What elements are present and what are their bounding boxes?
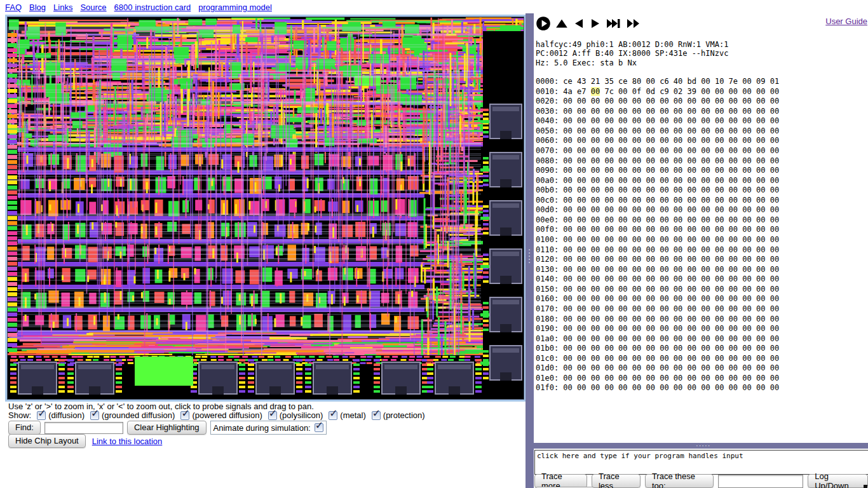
layer-checkbox[interactable] (372, 411, 381, 420)
trace-these-too-button[interactable]: Trace these too: (645, 474, 714, 488)
memory-byte: 00 (646, 245, 654, 254)
step-back-icon[interactable] (573, 16, 585, 31)
memory-byte: 00 (660, 166, 668, 175)
memory-byte: 00 (563, 363, 572, 372)
memory-byte: 00 (729, 166, 738, 175)
memory-byte: 00 (660, 383, 668, 392)
memory-byte: 00 (563, 324, 572, 333)
nav-link-source[interactable]: Source (80, 3, 106, 12)
memory-byte: 00 (563, 166, 572, 175)
trace-less-button[interactable]: Trace less (592, 474, 641, 488)
find-input[interactable] (44, 422, 123, 434)
memory-byte: 00 (591, 334, 600, 343)
cpu-status: halfcyc:49 phi0:1 AB:0012 D:00 RnW:1 VMA… (536, 40, 728, 67)
memory-address: 0080: (536, 156, 559, 165)
memory-byte: 00 (756, 265, 765, 274)
memory-byte: 40 (674, 77, 682, 86)
memory-byte: 00 (591, 126, 600, 135)
memory-byte: 00 (715, 116, 724, 125)
fast-forward-icon[interactable] (626, 16, 642, 31)
memory-byte: 00 (577, 176, 586, 185)
memory-byte: 00 (742, 334, 751, 343)
memory-byte: 00 (701, 324, 710, 333)
memory-byte: 00 (577, 374, 586, 383)
memory-byte: 00 (577, 324, 586, 333)
memory-byte: 00 (742, 363, 751, 372)
memory-byte: 00 (674, 363, 682, 372)
memory-byte: 00 (618, 354, 627, 363)
layer-checkbox[interactable] (268, 411, 277, 420)
memory-byte: 00 (591, 383, 600, 392)
trace-more-button[interactable]: Trace more (534, 474, 587, 488)
nav-link-blog[interactable]: Blog (29, 3, 46, 12)
animate-checkbox[interactable] (315, 423, 323, 432)
link-to-location-link[interactable]: Link to this location (92, 437, 163, 446)
horizontal-splitter[interactable]: ····· (534, 443, 868, 449)
memory-byte: 00 (674, 324, 682, 333)
memory-byte: 7e (729, 77, 738, 86)
memory-byte: 00 (577, 274, 586, 283)
log-updown-button[interactable]: Log Up/Down (808, 474, 868, 488)
skip-to-end-icon[interactable] (606, 16, 622, 31)
memory-byte: 00 (632, 265, 641, 274)
up-icon[interactable] (555, 16, 569, 31)
memory-byte: 00 (688, 304, 696, 313)
memory-byte: 00 (715, 235, 724, 244)
memory-byte: 00 (632, 126, 641, 135)
memory-byte: 00 (756, 107, 765, 116)
memory-byte: 00 (577, 354, 586, 363)
memory-byte: 00 (604, 363, 613, 372)
step-forward-icon[interactable] (589, 16, 602, 31)
memory-byte: 00 (688, 116, 696, 125)
memory-byte: 00 (660, 374, 668, 383)
nav-link-faq[interactable]: FAQ (5, 3, 22, 12)
user-guide-link[interactable]: User Guide (825, 17, 867, 26)
memory-byte: 00 (660, 235, 668, 244)
memory-byte: 00 (756, 334, 765, 343)
memory-byte: 00 (742, 265, 751, 274)
nav-link-links[interactable]: Links (53, 3, 72, 12)
memory-byte: 00 (756, 315, 765, 323)
memory-byte: 00 (604, 245, 613, 254)
memory-byte: 00 (591, 255, 600, 264)
memory-byte: 00 (729, 225, 738, 234)
memory-byte: 00 (660, 196, 668, 205)
memory-byte: 00 (715, 315, 724, 323)
memory-byte: 00 (701, 304, 710, 313)
run-icon[interactable] (536, 16, 551, 31)
memory-byte: 00 (618, 274, 627, 283)
memory-byte: 00 (701, 285, 710, 294)
memory-byte: 00 (688, 285, 696, 294)
memory-byte: 00 (688, 334, 696, 343)
memory-row: 0160: 00 00 00 00 00 00 00 00 00 00 00 0… (536, 294, 779, 304)
find-button[interactable]: Find: (8, 421, 41, 435)
memory-byte: 00 (591, 374, 600, 383)
layer-checkbox[interactable] (37, 411, 46, 420)
memory-byte: 00 (591, 176, 600, 185)
memory-byte: 00 (756, 205, 765, 214)
status-line-1: halfcyc:49 phi0:1 AB:0012 D:00 RnW:1 VMA… (536, 40, 728, 49)
memory-byte: 00 (604, 215, 613, 224)
chip-layout-canvas[interactable] (8, 17, 524, 399)
hide-chip-layout-button[interactable]: Hide Chip Layout (8, 434, 86, 448)
memory-byte: 00 (742, 235, 751, 244)
vertical-splitter[interactable]: ····· (526, 13, 534, 488)
memory-byte: 00 (701, 294, 710, 303)
memory-byte: 00 (660, 107, 668, 116)
nav-link-programming-model[interactable]: programming model (198, 3, 272, 12)
memory-byte: 00 (563, 334, 572, 343)
memory-row: 0050: 00 00 00 00 00 00 00 00 00 00 00 0… (536, 126, 779, 137)
trace-these-input[interactable] (718, 475, 803, 488)
clear-highlighting-button[interactable]: Clear Highlighting (127, 421, 207, 435)
memory-address: 0020: (536, 97, 559, 105)
memory-byte: 00 (715, 225, 724, 234)
memory-byte: 00 (660, 116, 668, 125)
memory-byte: 00 (688, 225, 696, 234)
memory-byte: 00 (618, 146, 627, 155)
memory-byte: 00 (742, 215, 751, 224)
layer-checkbox[interactable] (329, 411, 337, 420)
nav-link-6800-instruction-card[interactable]: 6800 instruction card (114, 3, 191, 12)
memory-row: 0150: 00 00 00 00 00 00 00 00 00 00 00 0… (536, 285, 779, 295)
layer-checkbox[interactable] (90, 411, 99, 420)
layer-checkbox[interactable] (180, 411, 189, 420)
